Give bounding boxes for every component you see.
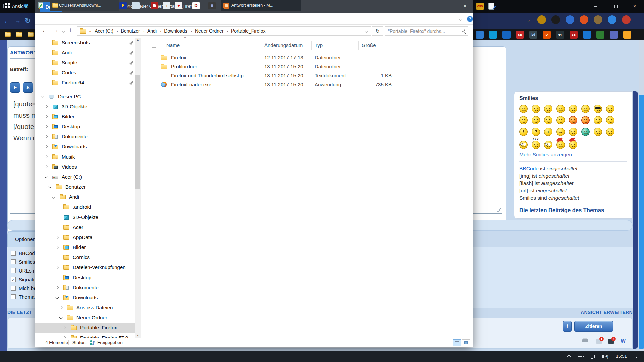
column-header-type[interactable]: Typ xyxy=(315,41,323,50)
tree-item-codes[interactable]: Codes xyxy=(35,68,135,77)
tree-item-desktop[interactable]: Desktop xyxy=(35,273,135,282)
volume-icon[interactable] xyxy=(604,355,607,358)
smiley-lol[interactable] xyxy=(606,105,614,113)
notes-addon-icon[interactable] xyxy=(488,3,494,10)
refresh-icon[interactable]: ↻ xyxy=(372,26,383,36)
close-button[interactable]: × xyxy=(457,0,473,13)
bookmark-favicon[interactable]: bd xyxy=(529,31,537,39)
tree-item-scripte[interactable]: Scripte xyxy=(35,58,135,67)
column-separator[interactable] xyxy=(396,41,396,50)
bookmark-favicon[interactable] xyxy=(610,31,618,39)
bookmark-favicon[interactable] xyxy=(596,31,604,39)
breadcrumb-item-portable-firefox[interactable]: Portable_Firefox xyxy=(230,27,267,35)
chevron-expanded-icon[interactable] xyxy=(56,296,59,299)
bookmark-favicon[interactable]: SB xyxy=(516,31,524,39)
browser-minimize-button[interactable]: – xyxy=(589,0,602,13)
chevron-collapsed-icon[interactable] xyxy=(56,246,59,249)
chevron-collapsed-icon[interactable] xyxy=(59,306,63,309)
nav-forward-icon[interactable]: → xyxy=(52,26,59,34)
clock[interactable]: 15:51 xyxy=(616,351,627,362)
file-row-profilordner[interactable]: Profilordner13.11.2017 15:20Dateiordner xyxy=(148,62,402,71)
tree-item-comics[interactable]: Comics xyxy=(35,253,135,262)
chevron-collapsed-icon[interactable] xyxy=(45,135,48,138)
checkbox-signatu[interactable]: ✓ xyxy=(11,277,16,282)
tree-item-musik[interactable]: Musik xyxy=(35,152,135,162)
tree-item-desktop[interactable]: Desktop xyxy=(35,122,135,131)
tree-item-aris-css-dateien[interactable]: Aris css Dateien xyxy=(35,303,135,312)
tree-item-appdata[interactable]: AppData xyxy=(35,233,135,242)
chevron-collapsed-icon[interactable] xyxy=(56,286,59,289)
chevron-collapsed-icon[interactable] xyxy=(45,105,48,108)
bookmark-folder-icon[interactable] xyxy=(16,32,22,37)
smiley-idea[interactable]: i xyxy=(544,128,552,136)
help-icon[interactable]: ? xyxy=(467,16,473,22)
bbcode-link[interactable]: BBCode xyxy=(519,166,539,171)
start-button[interactable] xyxy=(0,0,19,11)
chevron-expanded-icon[interactable] xyxy=(52,195,55,199)
smiley-thumbs[interactable] xyxy=(606,128,614,136)
browser-action-icon[interactable]: ↓ xyxy=(566,15,574,24)
tree-item-andi[interactable]: Andi xyxy=(35,192,135,202)
smiley-sad[interactable] xyxy=(544,105,552,113)
smiley-stare[interactable] xyxy=(569,128,577,136)
browser-action-icon[interactable] xyxy=(537,15,546,24)
chevron-collapsed-icon[interactable] xyxy=(56,236,59,239)
tree-item-acer-c[interactable]: Acer (C:) xyxy=(35,172,135,182)
column-separator[interactable] xyxy=(358,41,359,50)
tree-item-dieser-pc[interactable]: Dieser PC xyxy=(35,92,135,101)
smiley-cry[interactable] xyxy=(556,116,565,124)
select-all-checkbox[interactable] xyxy=(152,43,156,48)
file-row-firefoxloader-exe[interactable]: FirefoxLoader.exe13.11.2017 15:20Anwendu… xyxy=(148,80,402,89)
tree-item-neuer-ordner[interactable]: Neuer Ordner xyxy=(35,313,135,322)
breadcrumb-item-andi[interactable]: Andi xyxy=(146,27,158,35)
bookmark-favicon[interactable] xyxy=(476,31,484,39)
column-header-date[interactable]: Änderungsdatum xyxy=(264,41,303,50)
smiley-mrgreen[interactable] xyxy=(581,128,590,136)
search-input[interactable] xyxy=(385,27,468,35)
smiley-grin[interactable] xyxy=(519,105,528,113)
minimize-button[interactable]: – xyxy=(426,0,442,13)
network-icon[interactable] xyxy=(590,355,595,358)
browser-close-button[interactable]: × xyxy=(628,0,641,13)
browser-reload-icon[interactable]: ↻ xyxy=(25,17,31,25)
tree-item-dokumente[interactable]: Dokumente xyxy=(35,132,135,141)
view-list-button[interactable] xyxy=(453,339,461,346)
bookmark-favicon[interactable]: D xyxy=(543,31,551,39)
smiley-shock[interactable] xyxy=(556,105,565,113)
tree-item-portable-firefox[interactable]: Portable_Firefox xyxy=(35,323,135,333)
tree-item-screenshots[interactable]: Screenshots xyxy=(35,38,135,47)
bookmark-favicon[interactable]: 64 xyxy=(556,31,564,39)
smiley-uhoh[interactable] xyxy=(519,141,528,149)
quote-button[interactable]: Zitieren xyxy=(574,321,613,332)
bookmark-folder-icon[interactable] xyxy=(5,32,11,37)
file-row-firefox-und-thunderbird-selbst-p[interactable]: Firefox und Thunderbird selbst p...13.11… xyxy=(148,71,402,80)
notification-icon[interactable]: 3 xyxy=(596,339,602,344)
checkbox-mich-be[interactable] xyxy=(11,286,16,291)
chevron-expanded-icon[interactable] xyxy=(45,175,48,179)
scroll-up-icon[interactable]: ▴ xyxy=(135,38,141,41)
notes-glass-icon[interactable] xyxy=(132,2,140,9)
bookmark-favicon[interactable] xyxy=(489,31,497,39)
chevron-collapsed-icon[interactable] xyxy=(45,115,48,118)
tree-scrollbar-thumb[interactable] xyxy=(135,75,140,189)
address-dropdown-icon[interactable] xyxy=(365,29,368,33)
tree-item-bilder[interactable]: Bilder xyxy=(35,112,135,121)
browser-back-icon[interactable]: ← xyxy=(3,16,11,25)
printer-icon[interactable] xyxy=(582,339,588,342)
breadcrumb-item-neuer-ordner[interactable]: Neuer Ordner xyxy=(194,27,225,35)
nav-up-icon[interactable]: ↑ xyxy=(69,27,72,34)
smiley-mad[interactable] xyxy=(519,116,528,124)
bold-button[interactable]: F xyxy=(10,82,20,93)
nav-back-icon[interactable]: ← xyxy=(42,26,48,34)
taskbar-task-explorer[interactable]: C:\Users\Andi\Downl... xyxy=(50,0,119,11)
browser-action-icon[interactable]: → xyxy=(523,15,532,24)
info-button[interactable]: i xyxy=(563,321,572,332)
bookmark-favicon[interactable] xyxy=(583,31,591,39)
expand-view-link[interactable]: ANSICHT ERWEITERN xyxy=(550,310,633,315)
chevron-expanded-icon[interactable] xyxy=(41,95,44,98)
chevron-expanded-icon[interactable] xyxy=(59,316,63,319)
w-icon[interactable]: W xyxy=(621,338,626,344)
d-app-icon[interactable]: D xyxy=(192,2,200,9)
smiley-evil[interactable] xyxy=(569,116,577,124)
smiley-question[interactable]: ? xyxy=(532,128,540,136)
